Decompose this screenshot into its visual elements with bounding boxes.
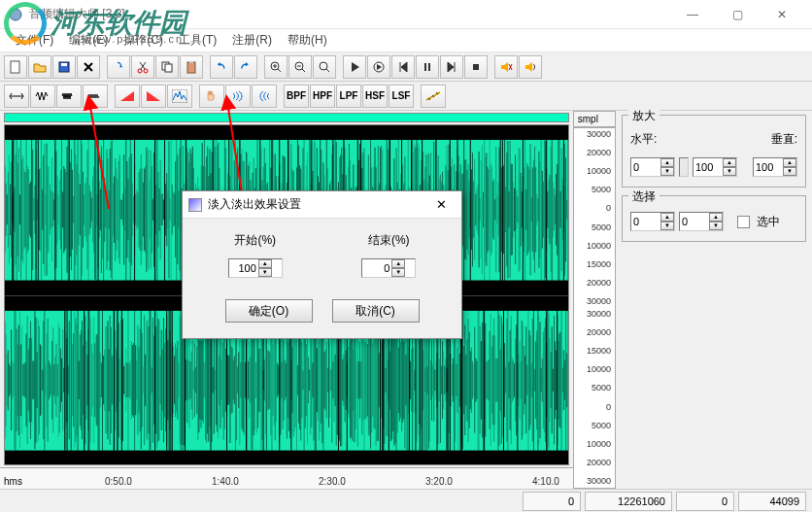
start-field[interactable] xyxy=(229,261,258,275)
sel-to-field[interactable] xyxy=(680,215,709,228)
scale-tick: 0 xyxy=(578,204,611,213)
spin-up-icon[interactable]: ▲ xyxy=(391,259,405,268)
maximize-button[interactable]: ▢ xyxy=(715,0,760,29)
dialog-titlebar[interactable]: 淡入淡出效果设置 ✕ xyxy=(183,191,461,219)
zoom-out-button[interactable] xyxy=(288,55,312,79)
vert-sublabel: 垂直: xyxy=(771,131,797,148)
menu-file[interactable]: 文件(F) xyxy=(8,29,61,51)
svg-rect-15 xyxy=(428,63,430,71)
vert-zoom-field[interactable] xyxy=(754,160,783,174)
spin-down-icon[interactable]: ▼ xyxy=(660,167,674,176)
horiz-zoom-field[interactable] xyxy=(631,160,660,174)
cancel-button[interactable]: 取消(C) xyxy=(332,299,420,323)
menu-operate[interactable]: 操作(C) xyxy=(116,29,171,51)
new-button[interactable] xyxy=(4,55,27,79)
horiz-zoom-max[interactable]: ▲▼ xyxy=(693,157,737,177)
end-input[interactable]: ▲▼ xyxy=(361,258,416,278)
end-field[interactable] xyxy=(362,261,391,275)
close-button[interactable]: ✕ xyxy=(760,0,804,29)
scale-tick: 10000 xyxy=(578,440,611,449)
filter-hpf-button[interactable]: HPF xyxy=(310,85,335,108)
dialog-title: 淡入淡出效果设置 xyxy=(208,196,426,213)
spin-down-icon[interactable]: ▼ xyxy=(709,222,723,230)
paste-button[interactable] xyxy=(180,55,203,79)
horiz-zoom-max-field[interactable] xyxy=(694,160,723,174)
scale-tick: 20000 xyxy=(578,459,611,467)
skip-forward-button[interactable] xyxy=(440,55,463,79)
menu-edit[interactable]: 编辑(E) xyxy=(61,29,116,51)
speaker-mute-button[interactable] xyxy=(494,55,518,79)
scale-tick: 10000 xyxy=(578,242,611,251)
filter-bpf-button[interactable]: BPF xyxy=(284,85,309,108)
svg-rect-14 xyxy=(424,63,426,71)
scale-tick: 20000 xyxy=(578,149,611,157)
effect-echo-button[interactable] xyxy=(225,85,251,108)
spin-up-icon[interactable]: ▲ xyxy=(660,213,674,222)
menu-tool[interactable]: 工具(T) xyxy=(171,29,224,51)
minimize-button[interactable]: — xyxy=(670,0,715,29)
undo2-button[interactable] xyxy=(210,55,233,79)
overview-bar[interactable] xyxy=(4,113,569,122)
spin-up-icon[interactable]: ▲ xyxy=(783,158,796,167)
sel-from-field[interactable] xyxy=(631,215,660,228)
save-button[interactable] xyxy=(52,55,76,79)
vert-zoom-input[interactable]: ▲▼ xyxy=(753,157,797,177)
effect-env-button[interactable] xyxy=(167,85,192,108)
copy-button[interactable] xyxy=(155,55,179,79)
sel-checkbox[interactable] xyxy=(737,216,750,228)
spin-down-icon[interactable]: ▼ xyxy=(660,222,674,230)
spin-up-icon[interactable]: ▲ xyxy=(258,259,272,268)
scale-tick: 10000 xyxy=(578,365,611,374)
dialog-close-button[interactable]: ✕ xyxy=(426,197,456,212)
scale-tick: 5000 xyxy=(578,223,611,232)
horiz-zoom-input[interactable]: ▲▼ xyxy=(630,157,675,177)
effect-reverb-button[interactable] xyxy=(252,85,277,108)
effect-stretch-button[interactable] xyxy=(4,85,29,108)
start-input[interactable]: ▲▼ xyxy=(228,258,283,278)
spin-down-icon[interactable]: ▼ xyxy=(783,167,796,176)
fade-out-button[interactable] xyxy=(141,85,166,108)
sel-from-input[interactable]: ▲▼ xyxy=(630,212,675,231)
loop-button[interactable] xyxy=(367,55,390,79)
ok-button[interactable]: 确定(O) xyxy=(225,299,313,323)
delete-button[interactable] xyxy=(77,55,100,79)
zoom-fit-button[interactable] xyxy=(313,55,336,79)
undo-button[interactable] xyxy=(107,55,130,79)
menu-register[interactable]: 注册(R) xyxy=(224,29,280,51)
stop-button[interactable] xyxy=(464,55,488,79)
menu-help[interactable]: 帮助(H) xyxy=(280,29,335,51)
effect-eq-button[interactable] xyxy=(421,85,446,108)
effect-wave3-button[interactable] xyxy=(83,85,108,108)
zoom-in-button[interactable] xyxy=(264,55,288,79)
toolbar-effects: BPF HPF LPF HSF LSF xyxy=(0,82,812,111)
open-button[interactable] xyxy=(28,55,51,79)
fade-in-button[interactable] xyxy=(115,85,140,108)
effect-hand-button[interactable] xyxy=(199,85,224,108)
svg-rect-16 xyxy=(473,64,479,70)
spin-up-icon[interactable]: ▲ xyxy=(660,158,674,167)
pause-button[interactable] xyxy=(416,55,439,79)
effect-wave1-button[interactable] xyxy=(30,85,55,108)
horiz-sublabel: 水平: xyxy=(630,131,657,148)
effect-wave2-button[interactable] xyxy=(56,85,82,108)
horiz-slider[interactable] xyxy=(679,157,689,177)
sel-to-input[interactable]: ▲▼ xyxy=(679,212,724,231)
scale-tick: 15000 xyxy=(578,347,611,356)
redo-button[interactable] xyxy=(234,55,257,79)
spin-down-icon[interactable]: ▼ xyxy=(723,167,736,176)
speaker-button[interactable] xyxy=(519,55,542,79)
spin-up-icon[interactable]: ▲ xyxy=(709,213,723,222)
scale-tick: 5000 xyxy=(578,384,611,393)
spin-up-icon[interactable]: ▲ xyxy=(723,158,736,167)
scale-tick: 5000 xyxy=(578,422,611,430)
play-button[interactable] xyxy=(343,55,366,79)
scale-tick: 20000 xyxy=(578,279,611,288)
skip-back-button[interactable] xyxy=(391,55,415,79)
spin-down-icon[interactable]: ▼ xyxy=(258,268,272,277)
cut-button[interactable] xyxy=(131,55,154,79)
filter-hsf-button[interactable]: HSF xyxy=(362,85,388,108)
scale-tick: 30000 xyxy=(578,297,611,306)
filter-lpf-button[interactable]: LPF xyxy=(336,85,361,108)
filter-lsf-button[interactable]: LSF xyxy=(389,85,414,108)
spin-down-icon[interactable]: ▼ xyxy=(391,268,405,277)
